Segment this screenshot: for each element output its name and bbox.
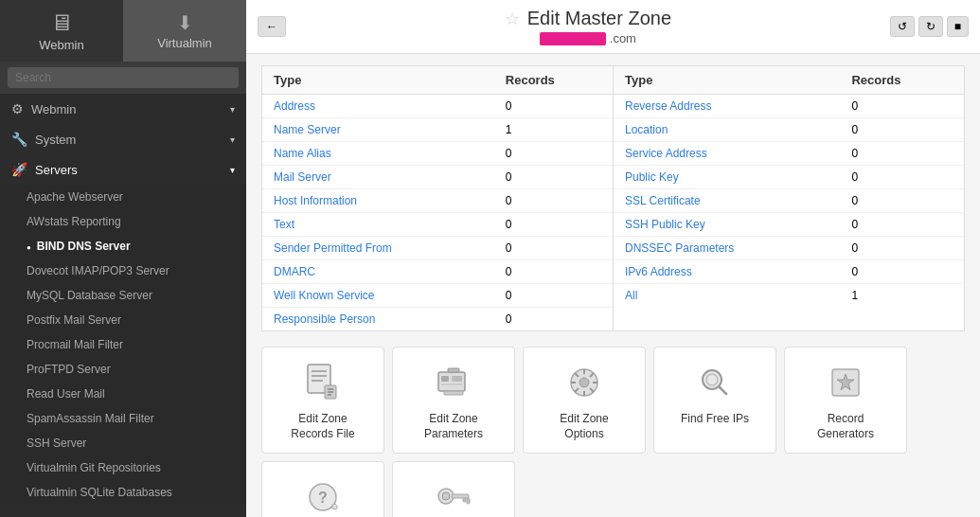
sidebar-item-proftpd[interactable]: ProFTPD Server bbox=[0, 357, 246, 382]
record-type-link[interactable]: Service Address bbox=[625, 147, 707, 160]
svg-rect-3 bbox=[312, 380, 323, 382]
servers-section-icon: 🚀 bbox=[11, 162, 27, 177]
record-count-cell: 0 bbox=[840, 260, 964, 284]
record-type-link[interactable]: Name Server bbox=[274, 123, 341, 136]
virtualmin-brand[interactable]: ⬇ Virtualmin bbox=[123, 0, 246, 62]
record-type-cell: Responsible Person bbox=[262, 308, 494, 331]
table-row: Sender Permitted From 0 bbox=[262, 237, 613, 260]
record-type-link[interactable]: Location bbox=[625, 123, 668, 136]
svg-rect-11 bbox=[441, 383, 462, 385]
action-cards-row: Edit Zone Records File Edit Zone Paramet… bbox=[261, 347, 965, 517]
sidebar-item-mysql[interactable]: MySQL Database Server bbox=[0, 283, 246, 308]
table-row: Reverse Address 0 bbox=[614, 95, 964, 118]
record-count-cell: 0 bbox=[840, 237, 964, 260]
table-row: Name Server 1 bbox=[262, 118, 613, 142]
record-type-link[interactable]: Host Information bbox=[274, 194, 357, 207]
svg-rect-10 bbox=[452, 376, 462, 382]
record-type-cell: Address bbox=[262, 95, 494, 118]
svg-rect-12 bbox=[448, 368, 459, 372]
record-type-link[interactable]: DMARC bbox=[274, 265, 315, 278]
topbar-right: ↺ ↻ ■ bbox=[890, 16, 969, 37]
record-type-cell: DNSSEC Parameters bbox=[614, 237, 840, 260]
topbar-title-row: ☆ Edit Master Zone bbox=[505, 8, 671, 29]
webmin-section-icon: ⚙ bbox=[11, 101, 24, 116]
sidebar-item-webmin[interactable]: ⚙ Webmin ▾ bbox=[0, 94, 246, 124]
record-type-cell: SSL Certificate bbox=[614, 189, 840, 213]
refresh-button[interactable]: ↺ bbox=[890, 16, 915, 37]
sidebar-item-readmail[interactable]: Read User Mail bbox=[0, 382, 246, 406]
action-card-edit-zone-options[interactable]: Edit Zone Options bbox=[523, 347, 646, 454]
action-card-find-free-ips[interactable]: Find Free IPs bbox=[653, 347, 776, 454]
record-count-cell: 1 bbox=[840, 284, 964, 308]
table-row: Service Address 0 bbox=[614, 142, 964, 166]
table-row: Text 0 bbox=[262, 213, 613, 237]
stop-button[interactable]: ■ bbox=[947, 16, 969, 37]
sidebar-item-bind[interactable]: BIND DNS Server bbox=[0, 234, 246, 258]
sidebar-item-ssh[interactable]: SSH Server bbox=[0, 431, 246, 455]
record-count-cell: 0 bbox=[840, 189, 964, 213]
sidebar-servers-label: Servers bbox=[35, 163, 78, 177]
sidebar-item-system[interactable]: 🔧 System ▾ bbox=[0, 124, 246, 154]
record-count-cell: 0 bbox=[494, 213, 613, 237]
record-count-cell: 0 bbox=[494, 284, 613, 308]
action-card-edit-zone-params[interactable]: Edit Zone Parameters bbox=[392, 347, 515, 454]
record-type-link[interactable]: All bbox=[625, 289, 637, 302]
sidebar-item-spamassassin[interactable]: SpamAssassin Mail Filter bbox=[0, 406, 246, 431]
action-label-record-generators: Record Generators bbox=[817, 412, 874, 441]
sidebar-item-procmail[interactable]: Procmail Mail Filter bbox=[0, 332, 246, 357]
webmin-brand[interactable]: 🖥 Webmin bbox=[0, 0, 123, 62]
back-button[interactable]: ← bbox=[258, 16, 286, 37]
record-type-link[interactable]: SSL Certificate bbox=[625, 194, 701, 207]
sidebar-item-postfix[interactable]: Postfix Mail Server bbox=[0, 308, 246, 332]
record-type-link[interactable]: Responsible Person bbox=[274, 312, 375, 326]
svg-point-15 bbox=[579, 378, 589, 387]
action-label-edit-zone-records: Edit Zone Records File bbox=[291, 412, 354, 441]
record-type-cell: Name Alias bbox=[262, 142, 494, 166]
topbar-center: ☆ Edit Master Zone .com bbox=[286, 8, 890, 45]
action-card-edit-zone-records[interactable]: Edit Zone Records File bbox=[261, 347, 384, 454]
record-type-link[interactable]: Sender Permitted From bbox=[274, 241, 392, 255]
action-card-lookup-whois[interactable]: ? Lookup WHOIS Information bbox=[261, 461, 384, 517]
virtualmin-icon: ⬇ bbox=[177, 11, 193, 34]
action-card-record-generators[interactable]: Record Generators bbox=[784, 347, 907, 454]
sidebar-item-virtualmin-git[interactable]: Virtualmin Git Repositories bbox=[0, 455, 246, 480]
record-type-link[interactable]: Text bbox=[274, 218, 294, 231]
record-type-cell: Host Information bbox=[262, 189, 494, 213]
record-type-link[interactable]: Mail Server bbox=[274, 170, 331, 184]
sidebar-webmin-label: Webmin bbox=[31, 102, 76, 116]
topbar-left: ← bbox=[258, 16, 286, 37]
record-count-cell: 0 bbox=[494, 189, 613, 213]
virtualmin-label: Virtualmin bbox=[157, 36, 212, 50]
record-type-link[interactable]: Name Alias bbox=[274, 147, 331, 160]
svg-rect-2 bbox=[312, 375, 327, 377]
svg-rect-1 bbox=[312, 370, 327, 372]
record-count-cell: 0 bbox=[494, 260, 613, 284]
search-input[interactable] bbox=[8, 67, 239, 88]
record-type-link[interactable]: IPv6 Address bbox=[625, 265, 692, 278]
action-card-setup-dnssec[interactable]: Setup DNSSEC Key bbox=[392, 461, 515, 517]
record-type-link[interactable]: Well Known Service bbox=[274, 289, 375, 302]
table-row: SSH Public Key 0 bbox=[614, 213, 964, 237]
sidebar-item-virtualmin-sqlite[interactable]: Virtualmin SQLite Databases bbox=[0, 480, 246, 505]
sidebar-item-servers[interactable]: 🚀 Servers ▾ bbox=[0, 154, 246, 185]
record-type-link[interactable]: Address bbox=[274, 99, 315, 113]
reload-button[interactable]: ↻ bbox=[918, 16, 943, 37]
record-type-link[interactable]: DNSSEC Parameters bbox=[625, 241, 734, 255]
record-type-cell: All bbox=[614, 284, 840, 308]
record-type-link[interactable]: Reverse Address bbox=[625, 99, 711, 113]
record-type-cell: Mail Server bbox=[262, 166, 494, 189]
record-type-cell: Well Known Service bbox=[262, 284, 494, 308]
table-left: Type Records Address 0 Name Server 1 Nam… bbox=[262, 66, 614, 330]
table-right-type-header: Type bbox=[614, 66, 840, 95]
record-type-cell: SSH Public Key bbox=[614, 213, 840, 237]
sidebar-item-dovecot[interactable]: Dovecot IMAP/POP3 Server bbox=[0, 258, 246, 283]
key-icon bbox=[435, 477, 472, 517]
record-type-cell: Reverse Address bbox=[614, 95, 840, 118]
record-type-link[interactable]: SSH Public Key bbox=[625, 218, 705, 231]
favorite-icon[interactable]: ☆ bbox=[505, 9, 520, 29]
sidebar-item-awstats[interactable]: AWstats Reporting bbox=[0, 209, 246, 234]
record-count-cell: 0 bbox=[840, 118, 964, 142]
sidebar-item-apache[interactable]: Apache Webserver bbox=[0, 185, 246, 209]
record-count-cell: 0 bbox=[840, 213, 964, 237]
record-type-link[interactable]: Public Key bbox=[625, 170, 679, 184]
